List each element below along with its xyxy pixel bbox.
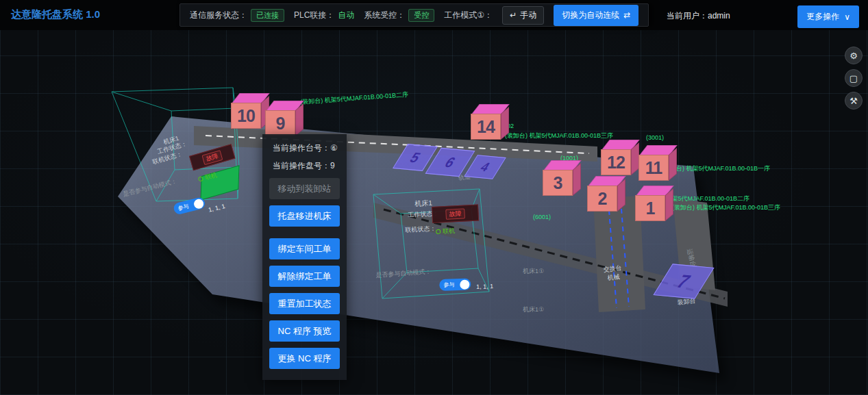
status-panel: 通信服务状态： 已连接 PLC联接： 自动 系统受控： 受控 工作模式①： ↵ … bbox=[179, 3, 649, 27]
scene-label-18: 1, 1, 1 bbox=[208, 203, 226, 214]
scene-label-8: (装卸台) 机架5代MJAF.01B.00-01B三序 bbox=[672, 203, 780, 212]
comm-status: 通信服务状态： 已连接 bbox=[190, 9, 284, 22]
work-mode: 工作模式①： bbox=[444, 10, 493, 21]
panel-buttons: 移动到装卸站托盘移进机床绑定车间工单解除绑定工单重置加工状态NC 程序 预览更换… bbox=[269, 178, 340, 369]
scene-3d: (装卸台) 机架5代MJAF.01B.00-01B二序B002(装卸台) 机架5… bbox=[0, 30, 868, 395]
cube-side-face bbox=[573, 163, 581, 196]
current-station-label: 当前操作台号：⑥ bbox=[269, 142, 340, 154]
cube-number: 9 bbox=[265, 110, 295, 136]
panel-button-1[interactable]: 托盘移进机床 bbox=[269, 205, 340, 227]
scene-label-3: (3001) bbox=[646, 134, 664, 141]
scene-label-9: (6001) bbox=[533, 214, 551, 220]
toggle-label: 参与 bbox=[443, 281, 454, 289]
fab-tools-button[interactable]: ⚒ bbox=[845, 92, 863, 110]
scene-label-17: 是否参与自动模式： bbox=[375, 267, 432, 280]
return-icon: ↵ bbox=[510, 10, 517, 20]
cube-number: 3 bbox=[543, 170, 573, 196]
fault-badge: 故障 bbox=[445, 208, 465, 219]
panel-button-4[interactable]: 重置加工状态 bbox=[269, 293, 340, 314]
panel-button-6[interactable]: 更换 NC 程序 bbox=[269, 348, 340, 369]
switch-auto-label: 切换为自动连续 bbox=[562, 10, 619, 21]
pallet-cube-2[interactable]: 2 bbox=[586, 176, 625, 213]
fault-status-box-1: 故障 bbox=[432, 204, 479, 223]
cube-number: 14 bbox=[471, 114, 501, 140]
pallet-cube-9[interactable]: 9 bbox=[264, 101, 303, 138]
panel-button-3[interactable]: 解除绑定工单 bbox=[269, 266, 340, 287]
more-actions-label: 更多操作 bbox=[806, 11, 839, 23]
cube-number: 11 bbox=[638, 155, 669, 181]
scene-label-6: (装卸台) 机架5代MJAF.01B.00-01B一序 bbox=[662, 164, 770, 173]
settings-icon: ⚙ bbox=[850, 51, 858, 61]
cube-number: 1 bbox=[635, 195, 665, 221]
online-status-1: 联机 bbox=[436, 227, 455, 236]
manual-mode-button[interactable]: ↵ 手动 bbox=[502, 6, 544, 25]
control-status: 系统受控： 受控 bbox=[364, 9, 434, 22]
plc-status: PLC联接： 自动 bbox=[294, 10, 354, 21]
scene-label-15: 联机状态： bbox=[405, 225, 436, 235]
view-cube-icon: ▢ bbox=[850, 73, 858, 84]
pallet-cube-3[interactable]: 3 bbox=[542, 160, 580, 197]
online-status-0: 联机 bbox=[197, 170, 218, 183]
scene-label-19: 1, 1, 1 bbox=[476, 283, 493, 290]
station-tile-7[interactable]: 7 bbox=[653, 264, 714, 298]
toggle-label: 参与 bbox=[177, 203, 190, 213]
comm-status-label: 通信服务状态： bbox=[190, 10, 247, 21]
top-bar: 达意隆托盘系统 1.0 通信服务状态： 已连接 PLC联接： 自动 系统受控： … bbox=[0, 0, 868, 30]
auto-mode-toggle-1[interactable]: 参与 bbox=[439, 278, 471, 291]
comm-status-badge: 已连接 bbox=[251, 9, 284, 22]
chevron-down-icon: ∨ bbox=[844, 12, 850, 22]
plc-status-label: PLC联接： bbox=[294, 10, 334, 21]
pallet-cube-1[interactable]: 1 bbox=[634, 186, 673, 222]
plc-status-value: 自动 bbox=[338, 10, 354, 21]
more-actions-button[interactable]: 更多操作 ∨ bbox=[797, 5, 859, 28]
panel-button-0: 移动到装卸站 bbox=[269, 178, 340, 199]
toggle-knob bbox=[460, 279, 469, 289]
scene-label-22: 机床1① bbox=[523, 305, 544, 314]
link-icon bbox=[436, 229, 441, 234]
control-status-label: 系统受控： bbox=[364, 10, 405, 21]
panel-button-5[interactable]: NC 程序 预览 bbox=[269, 320, 340, 342]
current-user: 当前用户：admin bbox=[667, 10, 730, 22]
switch-icon: ⇄ bbox=[623, 10, 630, 20]
auto-mode-toggle-0[interactable]: 参与 bbox=[173, 196, 206, 216]
scene-label-21: 机床1① bbox=[523, 267, 544, 276]
fab-settings-button[interactable]: ⚙ bbox=[845, 47, 863, 64]
toggle-knob bbox=[193, 198, 204, 209]
link-icon bbox=[198, 176, 203, 181]
fault-badge: 故障 bbox=[201, 150, 223, 165]
pallet-cube-12[interactable]: 12 bbox=[600, 140, 638, 177]
switch-auto-button[interactable]: 切换为自动连续 ⇄ bbox=[554, 5, 638, 26]
fault-status-box-0: 故障 bbox=[189, 144, 236, 170]
current-pallet-label: 当前操作盘号：9 bbox=[269, 160, 340, 172]
scene-label-13: 机床1 bbox=[414, 199, 432, 209]
cube-number: 12 bbox=[601, 149, 631, 175]
online-label: 联机 bbox=[443, 227, 455, 236]
panel-button-2[interactable]: 绑定车间工单 bbox=[269, 238, 340, 259]
cube-side-face bbox=[617, 179, 625, 212]
scene-label-0: (装卸台) 机架5代MJAF.01B.00-01B二序 bbox=[300, 90, 409, 107]
cube-side-face bbox=[669, 148, 677, 181]
work-mode-label: 工作模式①： bbox=[444, 10, 493, 21]
tools-icon: ⚒ bbox=[850, 96, 858, 106]
cube-side-face bbox=[501, 107, 509, 140]
pallet-cube-10[interactable]: 10 bbox=[230, 93, 269, 130]
scene-label-16: 是否参与自动模式： bbox=[122, 177, 178, 199]
cube-side-face bbox=[665, 188, 673, 221]
cube-side-face bbox=[295, 103, 303, 136]
manual-mode-label: 手动 bbox=[520, 10, 536, 21]
fab-view-cube-button[interactable]: ▢ bbox=[845, 69, 863, 87]
scene-objects: (装卸台) 机架5代MJAF.01B.00-01B二序B002(装卸台) 机架5… bbox=[0, 30, 868, 395]
scene-label-2: (装卸台) 机架5代MJAF.01B.00-01B三序 bbox=[505, 131, 613, 140]
pallet-cube-11[interactable]: 11 bbox=[638, 145, 676, 182]
context-menu: 当前操作台号：⑥ 当前操作盘号：9 移动到装卸站托盘移进机床绑定车间工单解除绑定… bbox=[262, 134, 347, 380]
control-status-badge: 受控 bbox=[408, 9, 434, 22]
online-label: 联机 bbox=[204, 170, 219, 182]
app-title: 达意隆托盘系统 1.0 bbox=[11, 8, 100, 21]
pallet-cube-14[interactable]: 14 bbox=[470, 104, 508, 141]
cube-number: 10 bbox=[231, 103, 261, 129]
cube-number: 2 bbox=[587, 186, 617, 212]
floating-actions: ⚙▢⚒ bbox=[845, 47, 863, 110]
scene-label-26: 机械 bbox=[607, 272, 620, 283]
